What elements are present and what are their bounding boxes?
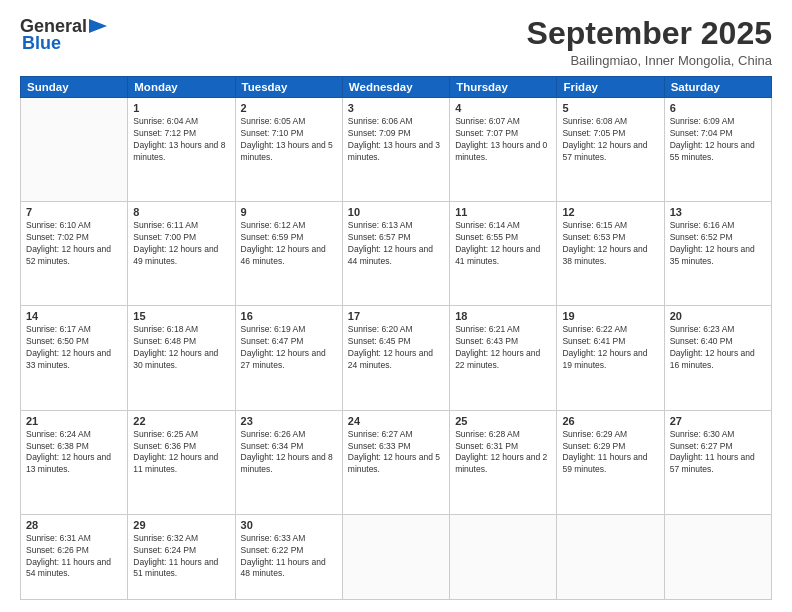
day-info: Sunrise: 6:05 AMSunset: 7:10 PMDaylight:…: [241, 116, 337, 164]
day-number: 4: [455, 102, 551, 114]
table-row: 4 Sunrise: 6:07 AMSunset: 7:07 PMDayligh…: [450, 98, 557, 202]
table-row: 30 Sunrise: 6:33 AMSunset: 6:22 PMDaylig…: [235, 514, 342, 599]
day-info: Sunrise: 6:19 AMSunset: 6:47 PMDaylight:…: [241, 324, 337, 372]
day-info: Sunrise: 6:08 AMSunset: 7:05 PMDaylight:…: [562, 116, 658, 164]
day-info: Sunrise: 6:22 AMSunset: 6:41 PMDaylight:…: [562, 324, 658, 372]
day-info: Sunrise: 6:06 AMSunset: 7:09 PMDaylight:…: [348, 116, 444, 164]
day-number: 19: [562, 310, 658, 322]
table-row: 2 Sunrise: 6:05 AMSunset: 7:10 PMDayligh…: [235, 98, 342, 202]
calendar-header-row: Sunday Monday Tuesday Wednesday Thursday…: [21, 77, 772, 98]
day-number: 18: [455, 310, 551, 322]
table-row: 5 Sunrise: 6:08 AMSunset: 7:05 PMDayligh…: [557, 98, 664, 202]
day-info: Sunrise: 6:30 AMSunset: 6:27 PMDaylight:…: [670, 429, 766, 477]
svg-marker-0: [89, 19, 107, 33]
day-number: 10: [348, 206, 444, 218]
table-row: 26 Sunrise: 6:29 AMSunset: 6:29 PMDaylig…: [557, 410, 664, 514]
col-sunday: Sunday: [21, 77, 128, 98]
day-number: 17: [348, 310, 444, 322]
table-row: [664, 514, 771, 599]
col-saturday: Saturday: [664, 77, 771, 98]
table-row: 21 Sunrise: 6:24 AMSunset: 6:38 PMDaylig…: [21, 410, 128, 514]
day-number: 9: [241, 206, 337, 218]
day-info: Sunrise: 6:04 AMSunset: 7:12 PMDaylight:…: [133, 116, 229, 164]
day-number: 28: [26, 519, 122, 531]
table-row: 3 Sunrise: 6:06 AMSunset: 7:09 PMDayligh…: [342, 98, 449, 202]
table-row: 10 Sunrise: 6:13 AMSunset: 6:57 PMDaylig…: [342, 202, 449, 306]
table-row: 17 Sunrise: 6:20 AMSunset: 6:45 PMDaylig…: [342, 306, 449, 410]
page: General Blue September 2025 Bailingmiao,…: [0, 0, 792, 612]
day-number: 30: [241, 519, 337, 531]
table-row: 12 Sunrise: 6:15 AMSunset: 6:53 PMDaylig…: [557, 202, 664, 306]
day-number: 21: [26, 415, 122, 427]
day-info: Sunrise: 6:13 AMSunset: 6:57 PMDaylight:…: [348, 220, 444, 268]
day-number: 7: [26, 206, 122, 218]
day-info: Sunrise: 6:15 AMSunset: 6:53 PMDaylight:…: [562, 220, 658, 268]
day-number: 12: [562, 206, 658, 218]
day-info: Sunrise: 6:27 AMSunset: 6:33 PMDaylight:…: [348, 429, 444, 477]
day-info: Sunrise: 6:29 AMSunset: 6:29 PMDaylight:…: [562, 429, 658, 477]
day-number: 25: [455, 415, 551, 427]
table-row: 23 Sunrise: 6:26 AMSunset: 6:34 PMDaylig…: [235, 410, 342, 514]
day-info: Sunrise: 6:12 AMSunset: 6:59 PMDaylight:…: [241, 220, 337, 268]
day-info: Sunrise: 6:16 AMSunset: 6:52 PMDaylight:…: [670, 220, 766, 268]
day-number: 1: [133, 102, 229, 114]
table-row: 11 Sunrise: 6:14 AMSunset: 6:55 PMDaylig…: [450, 202, 557, 306]
day-number: 15: [133, 310, 229, 322]
table-row: 18 Sunrise: 6:21 AMSunset: 6:43 PMDaylig…: [450, 306, 557, 410]
day-number: 2: [241, 102, 337, 114]
day-number: 14: [26, 310, 122, 322]
day-number: 29: [133, 519, 229, 531]
day-number: 27: [670, 415, 766, 427]
table-row: 8 Sunrise: 6:11 AMSunset: 7:00 PMDayligh…: [128, 202, 235, 306]
col-thursday: Thursday: [450, 77, 557, 98]
day-info: Sunrise: 6:14 AMSunset: 6:55 PMDaylight:…: [455, 220, 551, 268]
col-wednesday: Wednesday: [342, 77, 449, 98]
day-number: 24: [348, 415, 444, 427]
table-row: 19 Sunrise: 6:22 AMSunset: 6:41 PMDaylig…: [557, 306, 664, 410]
table-row: 15 Sunrise: 6:18 AMSunset: 6:48 PMDaylig…: [128, 306, 235, 410]
table-row: 7 Sunrise: 6:10 AMSunset: 7:02 PMDayligh…: [21, 202, 128, 306]
table-row: 22 Sunrise: 6:25 AMSunset: 6:36 PMDaylig…: [128, 410, 235, 514]
table-row: 20 Sunrise: 6:23 AMSunset: 6:40 PMDaylig…: [664, 306, 771, 410]
table-row: 24 Sunrise: 6:27 AMSunset: 6:33 PMDaylig…: [342, 410, 449, 514]
day-number: 8: [133, 206, 229, 218]
table-row: 27 Sunrise: 6:30 AMSunset: 6:27 PMDaylig…: [664, 410, 771, 514]
day-info: Sunrise: 6:24 AMSunset: 6:38 PMDaylight:…: [26, 429, 122, 477]
table-row: [342, 514, 449, 599]
day-number: 23: [241, 415, 337, 427]
table-row: 29 Sunrise: 6:32 AMSunset: 6:24 PMDaylig…: [128, 514, 235, 599]
logo-blue: Blue: [20, 33, 61, 54]
col-tuesday: Tuesday: [235, 77, 342, 98]
table-row: 14 Sunrise: 6:17 AMSunset: 6:50 PMDaylig…: [21, 306, 128, 410]
table-row: 16 Sunrise: 6:19 AMSunset: 6:47 PMDaylig…: [235, 306, 342, 410]
day-number: 26: [562, 415, 658, 427]
header: General Blue September 2025 Bailingmiao,…: [20, 16, 772, 68]
logo: General Blue: [20, 16, 107, 54]
day-info: Sunrise: 6:21 AMSunset: 6:43 PMDaylight:…: [455, 324, 551, 372]
day-info: Sunrise: 6:23 AMSunset: 6:40 PMDaylight:…: [670, 324, 766, 372]
day-number: 6: [670, 102, 766, 114]
day-info: Sunrise: 6:31 AMSunset: 6:26 PMDaylight:…: [26, 533, 122, 581]
day-number: 20: [670, 310, 766, 322]
day-info: Sunrise: 6:10 AMSunset: 7:02 PMDaylight:…: [26, 220, 122, 268]
table-row: 9 Sunrise: 6:12 AMSunset: 6:59 PMDayligh…: [235, 202, 342, 306]
day-info: Sunrise: 6:18 AMSunset: 6:48 PMDaylight:…: [133, 324, 229, 372]
day-info: Sunrise: 6:11 AMSunset: 7:00 PMDaylight:…: [133, 220, 229, 268]
day-info: Sunrise: 6:26 AMSunset: 6:34 PMDaylight:…: [241, 429, 337, 477]
col-monday: Monday: [128, 77, 235, 98]
table-row: 25 Sunrise: 6:28 AMSunset: 6:31 PMDaylig…: [450, 410, 557, 514]
col-friday: Friday: [557, 77, 664, 98]
day-number: 11: [455, 206, 551, 218]
table-row: 13 Sunrise: 6:16 AMSunset: 6:52 PMDaylig…: [664, 202, 771, 306]
logo-flag-icon: [89, 19, 107, 33]
location: Bailingmiao, Inner Mongolia, China: [527, 53, 772, 68]
table-row: 1 Sunrise: 6:04 AMSunset: 7:12 PMDayligh…: [128, 98, 235, 202]
day-info: Sunrise: 6:20 AMSunset: 6:45 PMDaylight:…: [348, 324, 444, 372]
table-row: [21, 98, 128, 202]
day-info: Sunrise: 6:25 AMSunset: 6:36 PMDaylight:…: [133, 429, 229, 477]
day-info: Sunrise: 6:32 AMSunset: 6:24 PMDaylight:…: [133, 533, 229, 581]
table-row: 6 Sunrise: 6:09 AMSunset: 7:04 PMDayligh…: [664, 98, 771, 202]
table-row: [557, 514, 664, 599]
calendar: Sunday Monday Tuesday Wednesday Thursday…: [20, 76, 772, 600]
day-info: Sunrise: 6:33 AMSunset: 6:22 PMDaylight:…: [241, 533, 337, 581]
